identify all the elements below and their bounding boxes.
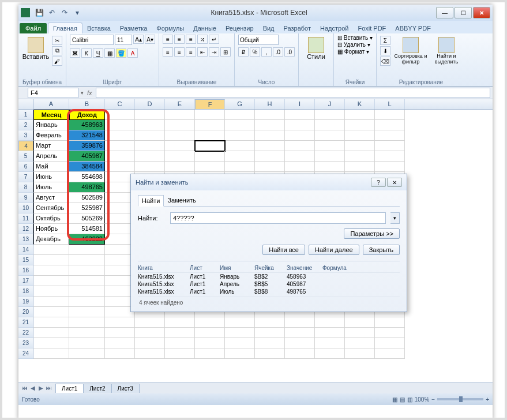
align-center-icon[interactable]: ≡ bbox=[174, 47, 185, 57]
cell[interactable] bbox=[69, 317, 105, 328]
decrease-decimal-icon[interactable]: .0 bbox=[284, 47, 295, 57]
sheet-nav-next-icon[interactable]: ▶ bbox=[37, 385, 45, 391]
row-header[interactable]: 12 bbox=[18, 224, 33, 234]
zoom-slider[interactable] bbox=[437, 398, 483, 400]
cell[interactable] bbox=[135, 120, 165, 130]
cell[interactable] bbox=[69, 276, 105, 286]
select-all-corner[interactable] bbox=[18, 99, 33, 109]
increase-decimal-icon[interactable]: .0 bbox=[273, 47, 283, 57]
cell-value[interactable]: 463222 bbox=[69, 234, 105, 245]
cell[interactable] bbox=[345, 151, 375, 162]
cell-value[interactable]: 321548 bbox=[69, 130, 105, 141]
cell[interactable] bbox=[33, 255, 69, 265]
cell[interactable] bbox=[225, 348, 255, 359]
cell[interactable] bbox=[195, 120, 225, 130]
cell-value[interactable]: 502589 bbox=[69, 193, 105, 203]
cell-value[interactable]: 505269 bbox=[69, 213, 105, 224]
format-painter-icon[interactable]: 🖌 bbox=[52, 57, 62, 66]
cell[interactable] bbox=[255, 317, 285, 328]
cell[interactable] bbox=[375, 338, 405, 348]
cell[interactable] bbox=[33, 338, 69, 348]
autosum-icon[interactable]: Σ bbox=[380, 36, 390, 45]
cell-month[interactable]: Май bbox=[33, 162, 69, 172]
insert-cells-button[interactable]: ⊞ Вставить ▾ bbox=[337, 35, 373, 41]
cell[interactable] bbox=[33, 328, 69, 338]
cell-value[interactable]: 514581 bbox=[69, 224, 105, 234]
zoom-in-icon[interactable]: + bbox=[486, 396, 489, 403]
cell-value[interactable]: 525987 bbox=[69, 203, 105, 213]
tab-addins[interactable]: Надстрой bbox=[316, 23, 353, 33]
cell[interactable] bbox=[375, 328, 405, 338]
dialog-help-icon[interactable]: ? bbox=[371, 178, 386, 187]
cell[interactable] bbox=[135, 317, 165, 328]
cell[interactable] bbox=[135, 338, 165, 348]
col-header-J[interactable]: J bbox=[315, 99, 345, 109]
name-box[interactable] bbox=[28, 88, 78, 98]
cell[interactable] bbox=[33, 348, 69, 359]
merge-icon[interactable]: ⊞ bbox=[220, 47, 231, 57]
cell[interactable] bbox=[135, 130, 165, 141]
tab-home[interactable]: Главная bbox=[48, 22, 82, 33]
cell[interactable] bbox=[345, 338, 375, 348]
cell[interactable] bbox=[69, 348, 105, 359]
cell[interactable] bbox=[105, 317, 135, 328]
sheet-nav-first-icon[interactable]: ⏮ bbox=[21, 385, 29, 391]
find-history-dropdown-icon[interactable]: ▾ bbox=[390, 212, 400, 224]
cell[interactable] bbox=[285, 328, 315, 338]
cell[interactable] bbox=[375, 141, 405, 151]
row-header[interactable]: 1 bbox=[18, 110, 33, 120]
cell[interactable] bbox=[69, 307, 105, 317]
percent-icon[interactable]: % bbox=[250, 47, 260, 57]
row-header[interactable]: 15 bbox=[18, 255, 33, 265]
cell[interactable] bbox=[69, 297, 105, 307]
cell[interactable] bbox=[105, 328, 135, 338]
italic-icon[interactable]: К bbox=[81, 48, 92, 58]
font-name-input[interactable] bbox=[70, 35, 114, 45]
col-header-D[interactable]: D bbox=[135, 99, 165, 109]
cell[interactable] bbox=[345, 141, 375, 151]
find-select-button[interactable]: Найти и выделить bbox=[431, 35, 462, 65]
result-row[interactable]: Книга515.xlsxЛист1Июль$B$8498765 bbox=[138, 288, 400, 295]
cell[interactable] bbox=[69, 286, 105, 297]
cell[interactable] bbox=[255, 141, 285, 151]
delete-cells-button[interactable]: ⊟ Удалить ▾ bbox=[337, 42, 370, 48]
col-header-G[interactable]: G bbox=[225, 99, 255, 109]
cell[interactable] bbox=[33, 245, 69, 255]
cell[interactable] bbox=[33, 276, 69, 286]
orientation-icon[interactable]: ⤭ bbox=[197, 35, 208, 44]
cell-month[interactable]: Август bbox=[33, 193, 69, 203]
cell[interactable] bbox=[225, 151, 255, 162]
cell[interactable] bbox=[345, 110, 375, 120]
increase-indent-icon[interactable]: ⇥ bbox=[209, 47, 219, 57]
sheet-nav-last-icon[interactable]: ⏭ bbox=[45, 385, 53, 391]
cell-month[interactable]: Июнь bbox=[33, 172, 69, 182]
row-header[interactable]: 6 bbox=[18, 162, 33, 172]
minimize-button[interactable]: — bbox=[436, 7, 453, 18]
tab-view[interactable]: Вид bbox=[258, 23, 279, 33]
cell[interactable] bbox=[165, 110, 195, 120]
sheet-nav-prev-icon[interactable]: ◀ bbox=[29, 385, 37, 391]
cell[interactable] bbox=[225, 130, 255, 141]
cell-value[interactable]: 384584 bbox=[69, 162, 105, 172]
cell-value[interactable]: 554698 bbox=[69, 172, 105, 182]
cell[interactable] bbox=[135, 162, 165, 172]
cell[interactable] bbox=[315, 110, 345, 120]
cell[interactable] bbox=[285, 338, 315, 348]
cut-icon[interactable]: ✂ bbox=[52, 36, 62, 45]
cell[interactable] bbox=[345, 130, 375, 141]
cell[interactable] bbox=[285, 130, 315, 141]
col-header-F[interactable]: F bbox=[195, 99, 225, 110]
col-header-L[interactable]: L bbox=[375, 99, 405, 109]
bold-icon[interactable]: Ж bbox=[70, 48, 80, 58]
cell[interactable] bbox=[165, 151, 195, 162]
cell-month[interactable]: Сентябрь bbox=[33, 203, 69, 213]
sheet-tab-1[interactable]: Лист1 bbox=[55, 384, 84, 393]
cell[interactable] bbox=[225, 110, 255, 120]
cell[interactable] bbox=[165, 348, 195, 359]
fx-icon[interactable]: fx bbox=[84, 89, 96, 96]
dialog-tab-find[interactable]: Найти bbox=[138, 195, 164, 207]
cell[interactable] bbox=[315, 141, 345, 151]
cell[interactable] bbox=[285, 110, 315, 120]
row-header[interactable]: 2 bbox=[18, 120, 33, 130]
font-color-icon[interactable]: A bbox=[127, 48, 138, 58]
